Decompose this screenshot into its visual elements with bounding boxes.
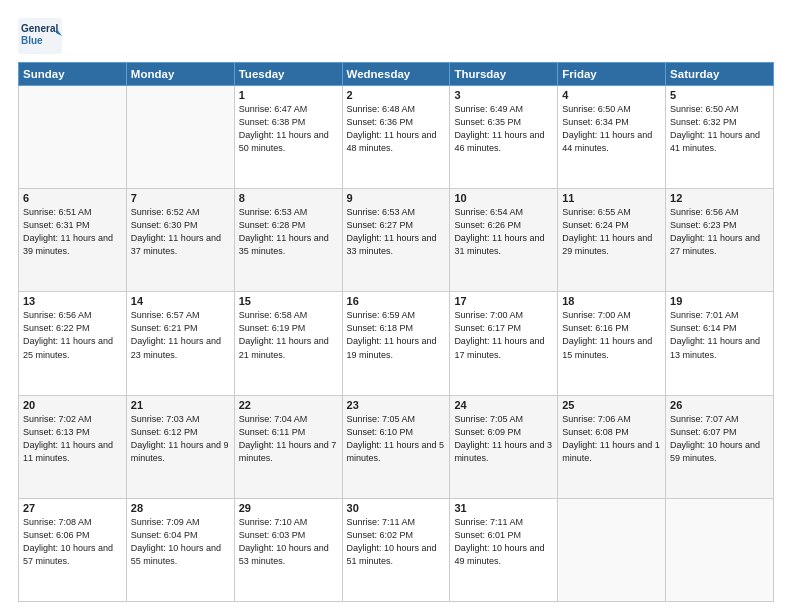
calendar-cell: 31Sunrise: 7:11 AM Sunset: 6:01 PM Dayli… (450, 498, 558, 601)
calendar-cell: 19Sunrise: 7:01 AM Sunset: 6:14 PM Dayli… (666, 292, 774, 395)
day-info: Sunrise: 7:05 AM Sunset: 6:10 PM Dayligh… (347, 413, 446, 465)
day-info: Sunrise: 7:01 AM Sunset: 6:14 PM Dayligh… (670, 309, 769, 361)
calendar-cell: 9Sunrise: 6:53 AM Sunset: 6:27 PM Daylig… (342, 189, 450, 292)
day-info: Sunrise: 6:56 AM Sunset: 6:22 PM Dayligh… (23, 309, 122, 361)
day-info: Sunrise: 7:03 AM Sunset: 6:12 PM Dayligh… (131, 413, 230, 465)
day-number: 17 (454, 295, 553, 307)
day-number: 7 (131, 192, 230, 204)
calendar-cell: 24Sunrise: 7:05 AM Sunset: 6:09 PM Dayli… (450, 395, 558, 498)
calendar-cell: 27Sunrise: 7:08 AM Sunset: 6:06 PM Dayli… (19, 498, 127, 601)
day-number: 18 (562, 295, 661, 307)
day-info: Sunrise: 7:02 AM Sunset: 6:13 PM Dayligh… (23, 413, 122, 465)
day-number: 6 (23, 192, 122, 204)
day-info: Sunrise: 6:53 AM Sunset: 6:27 PM Dayligh… (347, 206, 446, 258)
day-number: 9 (347, 192, 446, 204)
day-info: Sunrise: 7:11 AM Sunset: 6:02 PM Dayligh… (347, 516, 446, 568)
calendar-week: 1Sunrise: 6:47 AM Sunset: 6:38 PM Daylig… (19, 86, 774, 189)
calendar-cell: 15Sunrise: 6:58 AM Sunset: 6:19 PM Dayli… (234, 292, 342, 395)
day-info: Sunrise: 6:50 AM Sunset: 6:34 PM Dayligh… (562, 103, 661, 155)
day-number: 27 (23, 502, 122, 514)
calendar-cell: 30Sunrise: 7:11 AM Sunset: 6:02 PM Dayli… (342, 498, 450, 601)
day-info: Sunrise: 6:59 AM Sunset: 6:18 PM Dayligh… (347, 309, 446, 361)
calendar-cell (558, 498, 666, 601)
day-number: 2 (347, 89, 446, 101)
weekday-header: Friday (558, 63, 666, 86)
weekday-header: Saturday (666, 63, 774, 86)
calendar-cell: 29Sunrise: 7:10 AM Sunset: 6:03 PM Dayli… (234, 498, 342, 601)
calendar-cell: 12Sunrise: 6:56 AM Sunset: 6:23 PM Dayli… (666, 189, 774, 292)
header: General Blue (18, 18, 774, 54)
day-number: 22 (239, 399, 338, 411)
day-info: Sunrise: 6:49 AM Sunset: 6:35 PM Dayligh… (454, 103, 553, 155)
day-number: 11 (562, 192, 661, 204)
calendar-cell: 18Sunrise: 7:00 AM Sunset: 6:16 PM Dayli… (558, 292, 666, 395)
calendar-cell: 4Sunrise: 6:50 AM Sunset: 6:34 PM Daylig… (558, 86, 666, 189)
calendar-week: 6Sunrise: 6:51 AM Sunset: 6:31 PM Daylig… (19, 189, 774, 292)
calendar-week: 27Sunrise: 7:08 AM Sunset: 6:06 PM Dayli… (19, 498, 774, 601)
day-info: Sunrise: 7:10 AM Sunset: 6:03 PM Dayligh… (239, 516, 338, 568)
calendar-cell: 26Sunrise: 7:07 AM Sunset: 6:07 PM Dayli… (666, 395, 774, 498)
calendar: SundayMondayTuesdayWednesdayThursdayFrid… (18, 62, 774, 602)
day-number: 31 (454, 502, 553, 514)
page: General Blue SundayMondayTuesdayWednesda… (0, 0, 792, 612)
calendar-cell: 11Sunrise: 6:55 AM Sunset: 6:24 PM Dayli… (558, 189, 666, 292)
day-info: Sunrise: 7:07 AM Sunset: 6:07 PM Dayligh… (670, 413, 769, 465)
day-number: 16 (347, 295, 446, 307)
day-number: 10 (454, 192, 553, 204)
day-number: 23 (347, 399, 446, 411)
calendar-cell: 5Sunrise: 6:50 AM Sunset: 6:32 PM Daylig… (666, 86, 774, 189)
day-number: 4 (562, 89, 661, 101)
day-info: Sunrise: 7:05 AM Sunset: 6:09 PM Dayligh… (454, 413, 553, 465)
calendar-cell: 22Sunrise: 7:04 AM Sunset: 6:11 PM Dayli… (234, 395, 342, 498)
calendar-cell: 13Sunrise: 6:56 AM Sunset: 6:22 PM Dayli… (19, 292, 127, 395)
calendar-cell: 10Sunrise: 6:54 AM Sunset: 6:26 PM Dayli… (450, 189, 558, 292)
calendar-cell: 14Sunrise: 6:57 AM Sunset: 6:21 PM Dayli… (126, 292, 234, 395)
calendar-cell: 6Sunrise: 6:51 AM Sunset: 6:31 PM Daylig… (19, 189, 127, 292)
day-info: Sunrise: 7:04 AM Sunset: 6:11 PM Dayligh… (239, 413, 338, 465)
calendar-cell: 3Sunrise: 6:49 AM Sunset: 6:35 PM Daylig… (450, 86, 558, 189)
day-number: 26 (670, 399, 769, 411)
calendar-cell (19, 86, 127, 189)
calendar-cell: 20Sunrise: 7:02 AM Sunset: 6:13 PM Dayli… (19, 395, 127, 498)
calendar-cell: 1Sunrise: 6:47 AM Sunset: 6:38 PM Daylig… (234, 86, 342, 189)
calendar-cell: 17Sunrise: 7:00 AM Sunset: 6:17 PM Dayli… (450, 292, 558, 395)
logo-svg: General Blue (18, 18, 62, 54)
day-info: Sunrise: 6:57 AM Sunset: 6:21 PM Dayligh… (131, 309, 230, 361)
day-info: Sunrise: 6:52 AM Sunset: 6:30 PM Dayligh… (131, 206, 230, 258)
logo: General Blue (18, 18, 62, 54)
calendar-cell: 21Sunrise: 7:03 AM Sunset: 6:12 PM Dayli… (126, 395, 234, 498)
calendar-cell: 2Sunrise: 6:48 AM Sunset: 6:36 PM Daylig… (342, 86, 450, 189)
weekday-header: Thursday (450, 63, 558, 86)
calendar-cell: 28Sunrise: 7:09 AM Sunset: 6:04 PM Dayli… (126, 498, 234, 601)
day-number: 5 (670, 89, 769, 101)
calendar-header: SundayMondayTuesdayWednesdayThursdayFrid… (19, 63, 774, 86)
calendar-cell (666, 498, 774, 601)
day-number: 12 (670, 192, 769, 204)
day-info: Sunrise: 7:00 AM Sunset: 6:17 PM Dayligh… (454, 309, 553, 361)
calendar-cell: 8Sunrise: 6:53 AM Sunset: 6:28 PM Daylig… (234, 189, 342, 292)
calendar-week: 13Sunrise: 6:56 AM Sunset: 6:22 PM Dayli… (19, 292, 774, 395)
day-number: 21 (131, 399, 230, 411)
day-info: Sunrise: 6:54 AM Sunset: 6:26 PM Dayligh… (454, 206, 553, 258)
day-number: 20 (23, 399, 122, 411)
calendar-cell: 16Sunrise: 6:59 AM Sunset: 6:18 PM Dayli… (342, 292, 450, 395)
day-number: 25 (562, 399, 661, 411)
day-info: Sunrise: 7:00 AM Sunset: 6:16 PM Dayligh… (562, 309, 661, 361)
day-number: 30 (347, 502, 446, 514)
weekday-row: SundayMondayTuesdayWednesdayThursdayFrid… (19, 63, 774, 86)
day-number: 13 (23, 295, 122, 307)
weekday-header: Wednesday (342, 63, 450, 86)
day-info: Sunrise: 6:58 AM Sunset: 6:19 PM Dayligh… (239, 309, 338, 361)
day-number: 24 (454, 399, 553, 411)
day-number: 14 (131, 295, 230, 307)
weekday-header: Tuesday (234, 63, 342, 86)
svg-text:General: General (21, 23, 58, 34)
day-info: Sunrise: 7:06 AM Sunset: 6:08 PM Dayligh… (562, 413, 661, 465)
calendar-cell (126, 86, 234, 189)
day-number: 29 (239, 502, 338, 514)
day-number: 8 (239, 192, 338, 204)
day-number: 3 (454, 89, 553, 101)
calendar-cell: 23Sunrise: 7:05 AM Sunset: 6:10 PM Dayli… (342, 395, 450, 498)
day-info: Sunrise: 6:51 AM Sunset: 6:31 PM Dayligh… (23, 206, 122, 258)
day-info: Sunrise: 6:50 AM Sunset: 6:32 PM Dayligh… (670, 103, 769, 155)
